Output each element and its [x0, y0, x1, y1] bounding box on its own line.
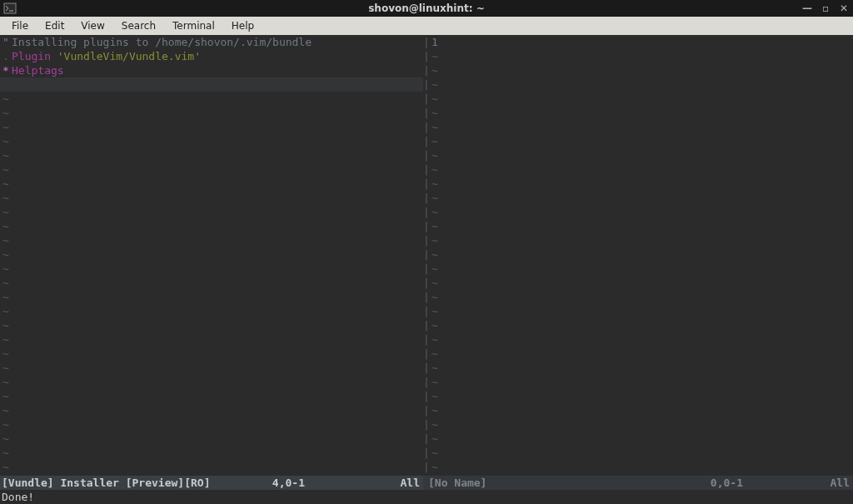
vim-statusline: [Vundle] Installer [Preview][RO] 4,0-1 A…	[0, 476, 853, 490]
window-titlebar: shovon@linuxhint: ~ — ▫ ✕	[0, 0, 853, 17]
menu-edit[interactable]: Edit	[38, 18, 71, 33]
cursor-line	[0, 77, 423, 92]
plugin-name: 'VundleVim/Vundle.vim'	[57, 50, 201, 62]
tilde: ~	[0, 205, 12, 219]
statusline-right-pane: [No Name] 0,0-1 All	[423, 476, 853, 490]
tilde: ~	[0, 417, 12, 432]
vim-right-pane[interactable]: 1 ~ ~ ~ ~ ~ ~ ~ ~ ~ ~ ~ ~ ~ ~ ~ ~ ~ ~ ~ …	[430, 35, 853, 504]
tilde: ~	[430, 460, 853, 474]
tilde: ~	[430, 134, 853, 148]
tilde: ~	[0, 177, 12, 191]
tilde: ~	[430, 205, 853, 219]
menu-file[interactable]: File	[5, 18, 35, 33]
tilde: ~	[430, 77, 853, 92]
tilde: ~	[430, 318, 853, 332]
tilde: ~	[430, 191, 853, 205]
svg-rect-0	[4, 3, 16, 13]
right-first-col: 1	[431, 36, 438, 48]
tilde: ~	[0, 460, 12, 474]
status-left-scroll: All	[397, 476, 423, 490]
terminal-icon	[3, 2, 17, 15]
close-button[interactable]: ✕	[838, 2, 850, 14]
tilde: ~	[430, 347, 853, 361]
tilde: ~	[0, 134, 12, 148]
menu-search[interactable]: Search	[115, 18, 162, 33]
tilde: ~	[430, 276, 853, 290]
tilde: ~	[0, 290, 12, 304]
line-marker: "	[0, 35, 12, 49]
tilde: ~	[0, 375, 12, 389]
tilde: ~	[0, 219, 12, 233]
tilde: ~	[430, 219, 853, 233]
tilde: ~	[430, 389, 853, 403]
plugin-keyword: Plugin	[12, 50, 51, 62]
status-right-cursor-pos: 0,0-1	[486, 476, 826, 490]
tilde: ~	[430, 49, 853, 63]
tilde: ~	[430, 162, 853, 177]
tilde: ~	[430, 120, 853, 134]
tilde: ~	[430, 446, 853, 460]
tilde: ~	[430, 403, 853, 417]
vim-message: Done!	[2, 491, 34, 503]
tilde: ~	[0, 389, 12, 403]
window-title: shovon@linuxhint: ~	[368, 2, 485, 14]
tilde: ~	[430, 262, 853, 276]
tilde: ~	[0, 247, 12, 262]
window-controls: — ▫ ✕	[801, 0, 850, 17]
tilde: ~	[0, 318, 12, 332]
tilde: ~	[430, 417, 853, 432]
tilde: ~	[430, 148, 853, 162]
tilde: ~	[430, 290, 853, 304]
tilde: ~	[430, 177, 853, 191]
tilde: ~	[0, 92, 12, 106]
tilde: ~	[0, 191, 12, 205]
vundle-install-comment: Installing plugins to /home/shovon/.vim/…	[12, 36, 312, 48]
tilde: ~	[0, 120, 12, 134]
statusline-left-pane: [Vundle] Installer [Preview][RO] 4,0-1 A…	[0, 476, 423, 490]
line-marker: .	[0, 49, 12, 63]
minimize-button[interactable]: —	[801, 2, 813, 14]
maximize-button[interactable]: ▫	[820, 2, 831, 14]
tilde: ~	[0, 276, 12, 290]
status-left-cursor-pos: 4,0-1	[210, 476, 397, 490]
tilde: ~	[0, 347, 12, 361]
tilde: ~	[0, 233, 12, 247]
menu-view[interactable]: View	[74, 18, 111, 33]
menu-help[interactable]: Help	[225, 18, 261, 33]
tilde: ~	[0, 304, 12, 318]
tilde: ~	[0, 403, 12, 417]
tilde: ~	[430, 106, 853, 120]
tilde: ~	[430, 332, 853, 347]
line-marker: *	[0, 63, 12, 77]
tilde: ~	[430, 247, 853, 262]
tilde: ~	[0, 262, 12, 276]
tilde: ~	[430, 375, 853, 389]
menu-terminal[interactable]: Terminal	[166, 18, 222, 33]
tilde: ~	[430, 233, 853, 247]
tilde: ~	[0, 361, 12, 375]
status-right-scroll: All	[826, 476, 853, 490]
tilde: ~	[0, 106, 12, 120]
menubar: File Edit View Search Terminal Help	[0, 17, 853, 35]
tilde: ~	[0, 162, 12, 177]
tilde: ~	[430, 63, 853, 77]
helptags-keyword: Helptags	[12, 64, 64, 77]
status-right-buffer-name: [No Name]	[428, 476, 486, 490]
vim-left-pane[interactable]: "Installing plugins to /home/shovon/.vim…	[0, 35, 423, 504]
tilde: ~	[0, 446, 12, 460]
tilde: ~	[430, 361, 853, 375]
status-left-buffer-name: [Vundle] Installer [Preview][RO]	[2, 476, 210, 490]
vim-message-line: Done!	[0, 490, 853, 504]
tilde: ~	[0, 332, 12, 347]
tilde: ~	[430, 304, 853, 318]
tilde: ~	[0, 148, 12, 162]
terminal-area[interactable]: "Installing plugins to /home/shovon/.vim…	[0, 35, 853, 504]
tilde: ~	[430, 432, 853, 446]
tilde: ~	[0, 432, 12, 446]
tilde: ~	[430, 92, 853, 106]
vertical-split[interactable]: ||||| ||||| ||||| ||||| ||||| ||||| |	[423, 35, 430, 504]
